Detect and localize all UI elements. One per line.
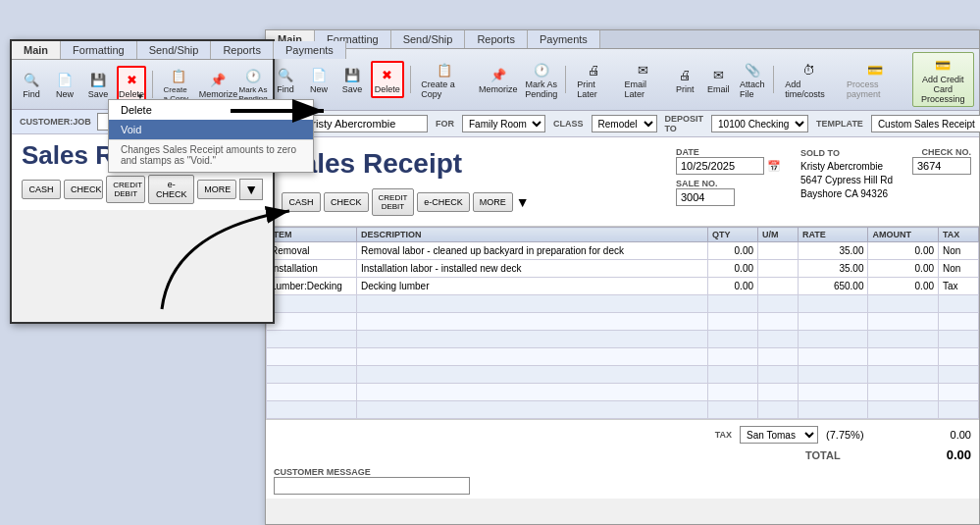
- add-credit-card-icon: 💳: [932, 55, 954, 75]
- tab-send-ship[interactable]: Send/Ship: [391, 30, 466, 48]
- tax-row: TAX San Tomas (7.75%) 0.00: [274, 424, 971, 446]
- check-button[interactable]: CHECK: [324, 192, 369, 212]
- zoom-cash-button[interactable]: CASH: [22, 180, 61, 199]
- customer-message-input[interactable]: [274, 477, 470, 495]
- table-container: ITEM DESCRIPTION QTY U/M RATE AMOUNT TAX…: [266, 227, 979, 419]
- row3-um[interactable]: [758, 278, 799, 295]
- zoom-find-icon: 🔍: [21, 70, 42, 89]
- toolbar-divider2: [565, 66, 566, 93]
- credit-debit-button[interactable]: CREDITDEBIT: [372, 188, 415, 216]
- deposit-select[interactable]: 10100 Checking: [711, 115, 808, 132]
- row2-desc[interactable]: Installation labor - installed new deck: [357, 260, 708, 278]
- row2-amount[interactable]: 0.00: [868, 260, 939, 278]
- add-time-costs-icon: ⏱: [799, 60, 820, 79]
- sale-no-label: SALE NO.: [676, 179, 781, 188]
- receipt-right: DATE 📅 SALE NO. SOLD TO Kristy Abercromb…: [676, 143, 971, 220]
- mark-pending-icon: 🕐: [531, 60, 552, 79]
- email-later-button[interactable]: ✉ Email Later: [620, 57, 667, 102]
- row2-rate[interactable]: 35.00: [798, 260, 868, 278]
- col-rate: RATE: [798, 228, 868, 242]
- add-credit-card-button[interactable]: 💳 Add Credit CardProcessing: [912, 52, 974, 107]
- table-row: [267, 401, 979, 419]
- row1-rate[interactable]: 35.00: [798, 242, 868, 260]
- zoom-tab-formatting[interactable]: Formatting: [61, 41, 137, 59]
- total-row: TOTAL 0.00: [274, 446, 971, 464]
- tab-reports[interactable]: Reports: [465, 30, 528, 48]
- more-dropdown-arrow[interactable]: ▼: [516, 194, 530, 210]
- save-button[interactable]: 💾 Save: [337, 62, 367, 97]
- row1-desc[interactable]: Removal labor - cleaned up backyard in p…: [357, 242, 708, 260]
- row1-qty[interactable]: 0.00: [707, 242, 757, 260]
- row1-amount[interactable]: 0.00: [868, 242, 939, 260]
- table-row: Removal Removal labor - cleaned up backy…: [267, 242, 979, 260]
- row3-amount[interactable]: 0.00: [868, 278, 939, 295]
- zoom-delete-button[interactable]: ✖ Delete ▼: [117, 66, 146, 103]
- print-later-button[interactable]: 🖨 Print Later: [572, 57, 615, 102]
- calendar-icon[interactable]: 📅: [767, 160, 781, 172]
- row2-qty[interactable]: 0.00: [707, 260, 757, 278]
- row2-um[interactable]: [758, 260, 799, 278]
- receipt-left: Sales Receipt CASH CHECK CREDITDEBIT e-C…: [274, 143, 676, 220]
- annotation-arrow: [226, 86, 334, 135]
- delete-icon: ✖: [377, 65, 398, 84]
- for-select[interactable]: Family Room: [462, 115, 545, 132]
- zoom-create-copy-icon: 📋: [168, 66, 189, 85]
- table-row: [267, 348, 979, 366]
- check-no-group: CHECK NO.: [912, 147, 971, 175]
- zoom-credit-debit-button[interactable]: CREDITDEBIT: [106, 176, 145, 203]
- row3-desc[interactable]: Decking lumber: [357, 278, 708, 295]
- delete-button[interactable]: ✖ Delete: [371, 61, 404, 98]
- table-row: [267, 313, 979, 331]
- find-icon: 🔍: [275, 65, 296, 84]
- row1-um[interactable]: [758, 242, 799, 260]
- col-um: U/M: [758, 228, 799, 242]
- table-row: [267, 331, 979, 348]
- date-input[interactable]: [676, 157, 764, 175]
- zoom-find-button[interactable]: 🔍 Find: [17, 67, 46, 102]
- template-select[interactable]: Custom Sales Receipt: [871, 115, 980, 132]
- print-button[interactable]: 🖨 Print: [670, 62, 699, 97]
- check-no-input[interactable]: [912, 157, 971, 175]
- toolbar-divider3: [773, 66, 774, 93]
- row3-tax[interactable]: Tax: [939, 278, 979, 295]
- line-items-table: ITEM DESCRIPTION QTY U/M RATE AMOUNT TAX…: [266, 227, 979, 419]
- row3-rate[interactable]: 650.00: [798, 278, 868, 295]
- sold-to-address: 5647 Cypress Hill Rd: [800, 174, 893, 187]
- mark-pending-button[interactable]: 🕐 Mark AsPending: [523, 57, 559, 102]
- payment-buttons: CASH CHECK CREDITDEBIT e-CHECK MORE ▼: [274, 184, 676, 220]
- zoom-tab-reports[interactable]: Reports: [211, 41, 274, 59]
- echeck-button[interactable]: e-CHECK: [417, 192, 470, 212]
- sale-no-input[interactable]: [676, 188, 735, 206]
- table-row: [267, 295, 979, 313]
- zoom-tab-main[interactable]: Main: [12, 41, 61, 59]
- zoom-tab-payments[interactable]: Payments: [274, 41, 346, 59]
- process-payment-button[interactable]: 💳 Process payment: [842, 57, 908, 102]
- row3-qty[interactable]: 0.00: [707, 278, 757, 295]
- total-label: TOTAL: [805, 449, 841, 461]
- new-icon: 📄: [308, 65, 330, 84]
- sold-to-city: Bayshore CA 94326: [800, 187, 893, 201]
- attach-file-button[interactable]: 📎 AttachFile: [737, 57, 767, 102]
- create-copy-button[interactable]: 📋 Create a Copy: [416, 57, 473, 102]
- class-label: CLASS: [553, 119, 584, 129]
- zoom-check-button[interactable]: CHECK: [64, 180, 103, 199]
- row1-tax[interactable]: Non: [939, 242, 979, 260]
- email-button[interactable]: ✉ Email: [703, 62, 733, 97]
- memorize-button[interactable]: 📌 Memorize: [477, 62, 519, 97]
- receipt-header-area: Sales Receipt CASH CHECK CREDITDEBIT e-C…: [266, 137, 979, 227]
- zoom-customer-label: CUSTOMER:JOB: [20, 117, 91, 127]
- tax-region-select[interactable]: San Tomas: [740, 426, 818, 444]
- class-select[interactable]: Remodel: [592, 115, 657, 132]
- zoom-divider: [152, 71, 153, 98]
- print-later-icon: 🖨: [583, 60, 604, 79]
- tab-payments[interactable]: Payments: [528, 30, 600, 48]
- create-copy-icon: 📋: [434, 60, 455, 79]
- zoom-save-button[interactable]: 💾 Save: [83, 67, 113, 102]
- zoom-new-button[interactable]: 📄 New: [50, 67, 79, 102]
- add-time-costs-button[interactable]: ⏱ Add time/costs: [780, 57, 838, 102]
- row2-tax[interactable]: Non: [939, 260, 979, 278]
- zoom-tab-send-ship[interactable]: Send/Ship: [137, 41, 212, 59]
- col-tax: TAX: [939, 228, 979, 242]
- more-button[interactable]: MORE: [473, 192, 513, 212]
- memorize-icon: 📌: [488, 65, 509, 84]
